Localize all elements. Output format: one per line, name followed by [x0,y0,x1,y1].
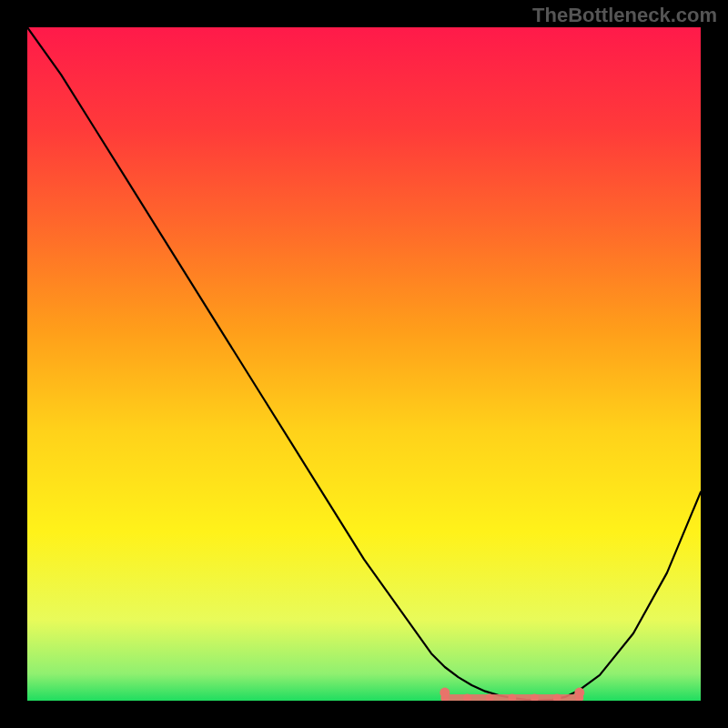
svg-point-10 [574,688,584,698]
watermark-text: TheBottleneck.com [532,4,717,27]
svg-rect-0 [27,27,701,701]
chart-plot-area [27,27,701,701]
chart-svg [27,27,701,701]
svg-point-9 [440,688,450,698]
chart-container: TheBottleneck.com [0,0,728,728]
